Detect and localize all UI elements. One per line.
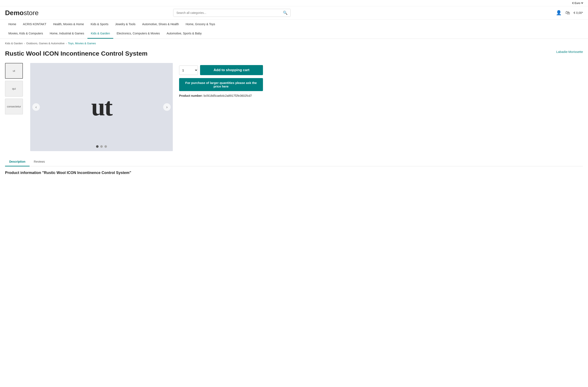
carousel-dot-2[interactable] xyxy=(105,145,107,148)
nav-link-automotive--sports---baby[interactable]: Automotive, Sports & Baby xyxy=(163,29,205,38)
purchase-area: 1 2 3 5 10 Add to shopping cart For purc… xyxy=(179,63,263,97)
breadcrumb-separator: › xyxy=(24,42,25,45)
nav-item: Kids & Garden xyxy=(87,29,113,39)
main-image-text: ut xyxy=(91,92,112,121)
nav-link-jewelry---tools[interactable]: Jewelry & Tools xyxy=(112,20,139,29)
carousel-prev-button[interactable]: ‹ xyxy=(32,103,40,111)
tab-description[interactable]: Description xyxy=(5,158,30,166)
main-image-area: ‹ ut › xyxy=(30,63,173,151)
quantity-select[interactable]: 1 2 3 5 10 xyxy=(179,66,198,75)
logo-normal: store xyxy=(24,9,39,17)
main-navigation: HomeACRIS KONTAKTHealth, Movies & HomeKi… xyxy=(0,20,588,39)
carousel-dots xyxy=(96,145,107,148)
product-number-label: Product number: xyxy=(179,94,203,97)
nav-item: Jewelry & Tools xyxy=(112,20,139,29)
breadcrumb-separator: › xyxy=(66,42,67,45)
thumbnail-list: utquiconsectetur xyxy=(5,63,24,114)
nav-link-acris-kontakt[interactable]: ACRIS KONTAKT xyxy=(20,20,50,29)
nav-link-electronics--computers---movies[interactable]: Electronics, Computers & Movies xyxy=(113,29,163,38)
breadcrumb-item[interactable]: Outdoors, Games & Automotive xyxy=(26,42,64,45)
logo-bold: Demo xyxy=(5,9,24,17)
nav-item: Automotive, Sports & Baby xyxy=(163,29,205,39)
nav-item: Electronics, Computers & Movies xyxy=(113,29,163,39)
search-input[interactable] xyxy=(173,9,280,17)
nav-link-movies--kids---computers[interactable]: Movies, Kids & Computers xyxy=(5,29,46,38)
nav-item: Home, Industrial & Games xyxy=(46,29,87,39)
product-title: Rustic Wool ICON Incontinence Control Sy… xyxy=(5,50,148,57)
product-detail: utquiconsectetur ‹ ut › 1 2 3 5 10 Add t… xyxy=(5,63,583,151)
product-tabs: DescriptionReviews xyxy=(5,158,583,166)
product-page: Rustic Wool ICON Incontinence Control Sy… xyxy=(0,48,588,185)
thumbnail-1[interactable]: qui xyxy=(5,81,23,96)
top-bar: € Euro xyxy=(0,0,588,6)
tab-reviews[interactable]: Reviews xyxy=(30,158,49,166)
brand-link[interactable]: Labadie-Morissette xyxy=(556,50,583,53)
header-icons: 👤 🛍 € 0,00* xyxy=(556,10,583,16)
cart-total[interactable]: € 0,00* xyxy=(574,11,583,15)
product-number: Product number: bcf418d5caeb4c2a8917f2fe… xyxy=(179,94,263,97)
nav-item: Automotive, Shoes & Health xyxy=(139,20,182,29)
nav-item: Kids & Sports xyxy=(87,20,112,29)
thumbnail-0[interactable]: ut xyxy=(5,63,23,79)
breadcrumb-item[interactable]: Kids & Garden xyxy=(5,42,23,45)
quantity-cart-row: 1 2 3 5 10 Add to shopping cart xyxy=(179,65,263,75)
nav-item: ACRIS KONTAKT xyxy=(20,20,50,29)
add-to-cart-button[interactable]: Add to shopping cart xyxy=(200,65,263,75)
currency-selector[interactable]: € Euro xyxy=(571,1,584,5)
user-icon[interactable]: 👤 xyxy=(556,10,562,16)
description-heading: Product information "Rustic Wool ICON In… xyxy=(5,171,583,175)
ask-price-button[interactable]: For purchase of larger quantities please… xyxy=(179,78,263,91)
carousel-next-button[interactable]: › xyxy=(163,103,171,111)
carousel-dot-1[interactable] xyxy=(100,145,103,148)
search-button[interactable]: 🔍 xyxy=(280,9,291,17)
nav-item: Movies, Kids & Computers xyxy=(5,29,46,39)
nav-link-automotive--shoes---health[interactable]: Automotive, Shoes & Health xyxy=(139,20,182,29)
nav-item: Home xyxy=(5,20,20,29)
nav-link-health--movies---home[interactable]: Health, Movies & Home xyxy=(50,20,87,29)
site-header: Demostore 🔍 👤 🛍 € 0,00* xyxy=(0,6,588,20)
product-number-value: bcf418d5caeb4c2a8917f2fe3602fcd7 xyxy=(204,94,252,97)
logo[interactable]: Demostore xyxy=(5,9,39,17)
breadcrumb: Kids & Garden›Outdoors, Games & Automoti… xyxy=(0,39,588,48)
nav-link-kids---sports[interactable]: Kids & Sports xyxy=(87,20,112,29)
description-section: Product information "Rustic Wool ICON In… xyxy=(5,166,583,179)
search-bar: 🔍 xyxy=(173,9,291,17)
cart-icon[interactable]: 🛍 xyxy=(565,10,570,16)
carousel-dot-0[interactable] xyxy=(96,145,99,148)
nav-item: Home, Grocery & Toys xyxy=(182,20,218,29)
nav-link-home--grocery---toys[interactable]: Home, Grocery & Toys xyxy=(182,20,218,29)
nav-link-home[interactable]: Home xyxy=(5,20,20,29)
breadcrumb-item[interactable]: Toys, Movies & Games xyxy=(68,42,96,45)
product-title-row: Rustic Wool ICON Incontinence Control Sy… xyxy=(5,50,583,57)
thumbnail-2[interactable]: consectetur xyxy=(5,99,23,114)
nav-link-home--industrial---games[interactable]: Home, Industrial & Games xyxy=(46,29,87,38)
nav-link-kids---garden[interactable]: Kids & Garden xyxy=(87,29,113,39)
nav-item: Health, Movies & Home xyxy=(50,20,87,29)
